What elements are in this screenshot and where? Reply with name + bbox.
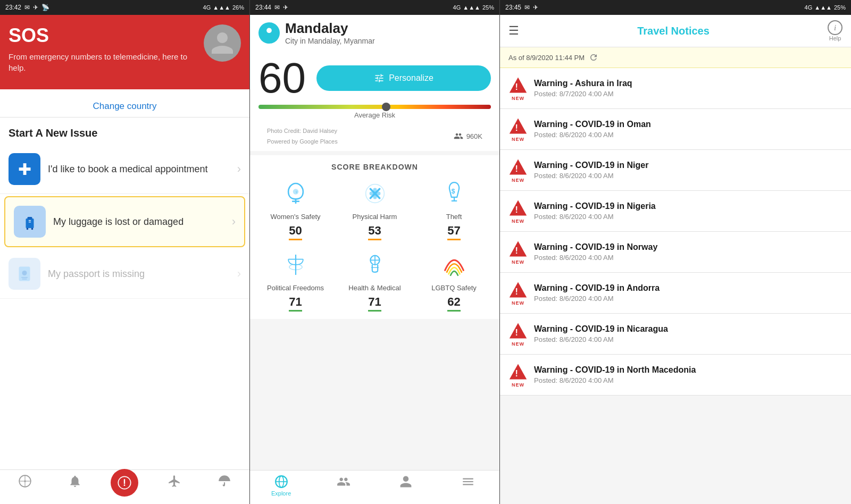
category-physical-harm[interactable]: Physical Harm 53 <box>338 180 412 240</box>
city-subtitle: City in Mandalay, Myanmar <box>285 37 375 45</box>
hamburger-menu-icon[interactable]: ☰ <box>508 24 519 38</box>
msg-icon: ✉ <box>24 4 30 11</box>
score-breakdown: SCORE BREAKDOWN ♀ Women's Safety 50 <box>250 155 499 319</box>
svg-text:!: ! <box>515 123 518 132</box>
category-lgbtq-safety[interactable]: LGBTQ Safety 62 <box>417 251 491 312</box>
notice-title: Warning - COVID-19 in Nigeria <box>534 201 842 211</box>
notice-item[interactable]: ! NEW Warning - Ashura in Iraq Posted: 8… <box>500 68 851 109</box>
help-label: Help <box>829 35 841 41</box>
menu-icon <box>461 475 475 489</box>
category-womens-safety[interactable]: ♀ Women's Safety 50 <box>258 180 332 240</box>
warning-triangle-icon: ! <box>508 239 528 258</box>
avatar[interactable] <box>204 24 241 62</box>
nav-travel-1[interactable] <box>149 474 199 497</box>
breakdown-title: SCORE BREAKDOWN <box>258 163 491 171</box>
notice-title: Warning - COVID-19 in Norway <box>534 242 842 252</box>
luggage-icon <box>20 212 39 231</box>
notice-date: Posted: 8/6/2020 4:00 AM <box>534 172 842 180</box>
notice-item[interactable]: ! NEW Warning - COVID-19 in Nicaragua Po… <box>500 314 851 355</box>
travel-notices-title: Travel Notices <box>519 25 828 37</box>
nav-profile[interactable] <box>375 475 437 497</box>
bottom-nav-1 <box>0 469 249 504</box>
umbrella-icon <box>218 474 231 488</box>
new-badge: NEW <box>512 341 524 347</box>
city-score: 60 <box>258 57 306 99</box>
svg-rect-25 <box>373 188 377 199</box>
time-3: 23:45 <box>505 4 521 11</box>
svg-text:$: $ <box>451 188 455 195</box>
help-button[interactable]: i Help <box>828 20 842 41</box>
svg-rect-5 <box>29 222 31 222</box>
nav-insurance-1[interactable] <box>199 474 249 497</box>
notice-content: Warning - COVID-19 in Nicaragua Posted: … <box>534 324 842 343</box>
svg-marker-43 <box>510 159 527 175</box>
phone-city-risk: 23:44 ✉ ✈ 4G ▲▲▲ 25% Mandalay City in Ma… <box>250 0 499 504</box>
nav-menu[interactable] <box>437 475 499 497</box>
sliders-icon <box>374 73 385 83</box>
physical-harm-icon <box>361 180 389 209</box>
nav-alerts-1[interactable] <box>50 474 100 497</box>
new-badge: NEW <box>512 300 524 306</box>
notice-item[interactable]: ! NEW Warning - COVID-19 in Niger Posted… <box>500 150 851 191</box>
nav-companions[interactable] <box>312 475 374 497</box>
update-time: As of 8/9/2020 11:44 PM <box>508 54 585 62</box>
svg-marker-39 <box>510 78 527 93</box>
svg-text:!: ! <box>515 246 518 255</box>
notice-content: Warning - COVID-19 in Niger Posted: 8/6/… <box>534 161 842 180</box>
nav-explore-1[interactable] <box>0 474 50 497</box>
personalize-button[interactable]: Personalize <box>316 65 491 91</box>
population-count: 960K <box>466 132 482 140</box>
notice-item[interactable]: ! NEW Warning - COVID-19 in Norway Poste… <box>500 232 851 273</box>
category-health-medical[interactable]: Health & Medical 71 <box>338 251 412 312</box>
svg-text:!: ! <box>515 205 518 214</box>
battery-1: 26% <box>232 4 244 11</box>
theft-score: 57 <box>447 224 460 240</box>
issue-item-passport[interactable]: My passport is missing › <box>0 249 249 299</box>
svg-text:♀: ♀ <box>295 189 298 195</box>
svg-point-7 <box>22 271 27 275</box>
notice-item[interactable]: ! NEW Warning - COVID-19 in Oman Posted:… <box>500 109 851 150</box>
change-country-btn[interactable]: Change country <box>0 89 249 117</box>
notice-item[interactable]: ! NEW Warning - COVID-19 in Andorra Post… <box>500 273 851 314</box>
risk-indicator <box>382 103 390 111</box>
passport-label: My passport is missing <box>48 268 230 280</box>
category-theft[interactable]: $ Theft 57 <box>417 180 491 240</box>
physical-harm-label: Physical Harm <box>353 213 397 221</box>
notice-badge: ! NEW <box>508 362 528 388</box>
chevron-right-icon: › <box>237 162 241 176</box>
telegram-icon-3: ✈ <box>533 4 538 11</box>
city-header: Mandalay City in Mandalay, Myanmar <box>250 15 499 52</box>
political-freedoms-label: Political Freedoms <box>267 284 324 292</box>
notice-date: Posted: 8/6/2020 4:00 AM <box>534 376 842 384</box>
signal-bars: ▲▲▲ <box>213 4 230 11</box>
powered-by: Powered by Google Places <box>258 136 346 147</box>
phone-sos: 23:42 ✉ ✈ 📡 4G ▲▲▲ 26% SOS From emergenc… <box>0 0 249 504</box>
notice-content: Warning - COVID-19 in Norway Posted: 8/6… <box>534 242 842 262</box>
svg-marker-41 <box>510 119 527 134</box>
nav-explore-2[interactable]: Explore <box>250 475 312 497</box>
theft-icon: $ <box>440 180 468 209</box>
notice-title: Warning - COVID-19 in Niger <box>534 161 842 170</box>
svg-text:!: ! <box>515 82 518 91</box>
risk-label: Average Risk <box>258 111 491 119</box>
nav-sos-active[interactable] <box>100 474 150 497</box>
notice-item[interactable]: ! NEW Warning - COVID-19 in North Macedo… <box>500 355 851 396</box>
phone-travel-notices: 23:45 ✉ ✈ 4G ▲▲▲ 25% ☰ Travel Notices i … <box>500 0 851 504</box>
new-badge: NEW <box>512 382 524 388</box>
battery-3: 25% <box>834 4 846 11</box>
notice-title: Warning - COVID-19 in Oman <box>534 120 842 129</box>
new-badge: NEW <box>512 178 524 183</box>
profile-icon <box>399 475 413 489</box>
svg-point-2 <box>27 228 29 230</box>
issue-item-medical[interactable]: ✚ I'd like to book a medical appointment… <box>0 145 249 194</box>
telegram-icon-2: ✈ <box>283 4 288 11</box>
refresh-icon[interactable] <box>589 53 598 62</box>
bell-icon <box>68 474 82 488</box>
sos-header: SOS From emergency numbers to telemedici… <box>0 15 249 89</box>
issue-item-luggage[interactable]: My luggage is lost or damaged › <box>4 196 245 247</box>
notice-item[interactable]: ! NEW Warning - COVID-19 in Nigeria Post… <box>500 191 851 232</box>
plus-icon: ✚ <box>18 160 31 179</box>
people-icon <box>454 131 463 141</box>
notice-title: Warning - COVID-19 in Andorra <box>534 283 842 293</box>
category-political-freedoms[interactable]: Political Freedoms 71 <box>258 251 332 312</box>
